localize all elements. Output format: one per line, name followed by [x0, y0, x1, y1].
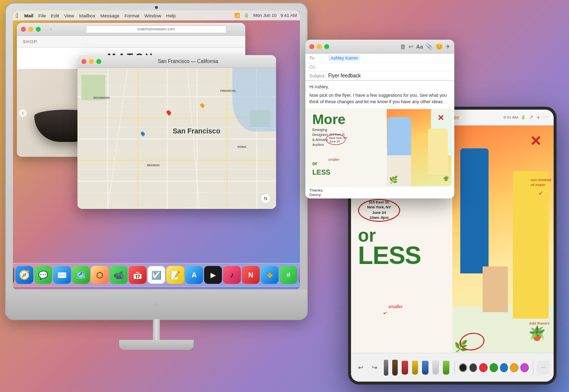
ipad-flowers-annotation: add flowers — [529, 321, 550, 326]
subject-value[interactable]: Flyer feedback — [328, 73, 361, 78]
dock-maps[interactable]: 🗺️ — [72, 266, 90, 284]
cc-label: Cc: — [309, 65, 328, 69]
color-red[interactable] — [479, 363, 488, 372]
dock-grapher[interactable]: ∫ — [298, 266, 300, 284]
financial-district-label: FINANCIAL — [220, 89, 236, 92]
dock-facetime[interactable]: 📹 — [110, 266, 128, 284]
tool-pen[interactable] — [392, 360, 398, 376]
mission-label: MISSION — [147, 164, 159, 167]
subject-label: Subject: — [309, 73, 328, 78]
dock-appstore[interactable]: A — [185, 266, 203, 284]
more-colors-button[interactable]: ⋯ — [537, 361, 550, 375]
menubar-mail[interactable]: Mail — [24, 13, 33, 18]
mail-compose-window: 🗑 ↩ Aa 📎 😊 ✈ To: Ashley Kamin Cc: Subjec… — [305, 40, 454, 198]
dock-keynote[interactable]: ◆ — [261, 266, 279, 284]
tool-eraser[interactable] — [432, 361, 439, 375]
menubar-window[interactable]: Window — [144, 13, 161, 18]
zoom-button[interactable] — [36, 27, 41, 32]
mail-smaller-annotation: smaller — [328, 158, 340, 161]
mail-trash-icon[interactable]: 🗑 — [400, 43, 406, 50]
ipad-battery-icon: 🔋 — [521, 115, 526, 120]
dock-safari[interactable]: 🧭 — [15, 266, 33, 284]
richmond-label: RICHMOND — [93, 96, 110, 99]
camera-dot — [155, 6, 158, 9]
mail-titlebar[interactable]: 🗑 ↩ Aa 📎 😊 ✈ — [305, 40, 454, 54]
dock-tv[interactable]: ▶ — [204, 266, 222, 284]
minimize-button[interactable] — [28, 27, 33, 32]
dock-messages[interactable]: 💬 — [34, 266, 52, 284]
dock: 🔍 ⊞ 🧭 💬 ✉️ 🗺️ ⬡ 📹 📅 ☑️ 📝 A ▶ ♪ — [13, 263, 300, 287]
dock-calendar[interactable]: 📅 — [129, 266, 146, 284]
color-purple[interactable] — [520, 363, 529, 372]
mail-arrow-icon[interactable]: ↩ — [409, 43, 414, 50]
maps-window: San Francisco — California — [77, 55, 276, 209]
menubar-file[interactable]: File — [38, 13, 46, 18]
mail-send-icon[interactable]: ✈ — [445, 43, 450, 50]
mail-zoom[interactable] — [324, 44, 329, 49]
mail-toolbar: 🗑 ↩ Aa 📎 😊 ✈ — [400, 43, 450, 50]
maps-minimize[interactable] — [89, 59, 94, 64]
to-label: To: — [309, 56, 328, 61]
color-orange[interactable] — [510, 363, 518, 372]
safari-url-bar[interactable]: matchstoneware.com — [86, 25, 226, 33]
color-dark[interactable] — [469, 363, 478, 372]
tool-brush-yellow[interactable] — [412, 361, 419, 375]
monitor-desktop:  Mail File Edit View Mailbox Message Fo… — [13, 10, 300, 289]
tool-lasso[interactable] — [443, 361, 449, 375]
to-value[interactable]: Ashley Kamin — [328, 55, 360, 61]
dock-reminders[interactable]: ☑️ — [147, 266, 165, 284]
menubar-mailbox[interactable]: Mailbox — [79, 13, 95, 18]
color-green[interactable] — [490, 363, 498, 372]
maps-zoom[interactable] — [96, 59, 101, 64]
mail-fields: To: Ashley Kamin Cc: Subject: Flyer feed… — [305, 54, 454, 81]
dock-launchpad[interactable]: ⊞ — [13, 266, 14, 284]
mail-close[interactable] — [309, 44, 314, 49]
mail-minimize[interactable] — [317, 44, 322, 49]
apple-menu[interactable]:  — [16, 12, 18, 19]
tool-brush-blue[interactable] — [422, 361, 428, 375]
menubar-format[interactable]: Format — [125, 13, 140, 18]
undo-button[interactable]: ↩ — [355, 361, 367, 374]
shop-nav-link[interactable]: SHOP — [23, 39, 38, 44]
dock-news[interactable]: N — [242, 266, 260, 284]
dock-photos[interactable]: ⬡ — [91, 266, 109, 284]
color-black[interactable] — [459, 363, 467, 372]
safari-titlebar[interactable]: ‹ › matchstoneware.com — [17, 23, 245, 36]
ipad-add-icon[interactable]: + — [536, 114, 540, 121]
ipad-flyer-right: 🪴 🌿 ✕ sun insteadof moon ↙ add flowers ↓ — [452, 126, 554, 353]
dock-music[interactable]: ♪ — [223, 266, 241, 284]
ipad-share-icon[interactable]: ↗ — [529, 114, 533, 121]
maps-close[interactable] — [81, 59, 86, 64]
mail-flyer-or: or — [312, 161, 317, 166]
mail-x-mark: ✕ — [437, 113, 444, 123]
dock-mail[interactable]: ✉️ — [53, 266, 71, 284]
dock-notes[interactable]: 📝 — [166, 266, 184, 284]
close-button[interactable] — [21, 27, 26, 32]
ipad-menu-icon[interactable]: ⋯ — [543, 114, 549, 121]
mail-flyer-attachment: More Emerging Designers & Artisans Aucti… — [308, 109, 451, 186]
mail-body[interactable]: Hi Ashley, Now pick on the flyer. I have… — [305, 81, 454, 108]
mail-emoji-icon[interactable]: 😊 — [435, 43, 443, 50]
ipad-address-circle: 315 East St,New York, NYJune 2410am–6pm — [358, 199, 400, 222]
color-blue[interactable] — [500, 363, 508, 372]
menubar-view[interactable]: View — [64, 13, 74, 18]
menubar-date: Mon Jun 10 — [253, 13, 277, 18]
prev-arrow[interactable]: ‹ — [19, 109, 27, 117]
mail-format-icon[interactable]: Aa — [416, 44, 423, 50]
dock-numbers[interactable]: # — [280, 266, 297, 284]
ipad-drawing-toolbar: ↩ ↪ — [351, 353, 554, 382]
tool-thin-pen[interactable] — [384, 360, 388, 376]
compass: N — [260, 193, 271, 204]
redo-button[interactable]: ↪ — [369, 361, 381, 374]
menubar-help[interactable]: Help — [166, 13, 176, 18]
menubar-message[interactable]: Message — [100, 13, 120, 18]
tool-marker[interactable] — [402, 361, 408, 375]
menubar-edit[interactable]: Edit — [51, 13, 59, 18]
battery-icon: 🔋 — [244, 13, 249, 18]
maps-title: San Francisco — California — [158, 59, 218, 64]
mail-attach-icon[interactable]: 📎 — [426, 43, 433, 50]
ipad-sun-annotation: sun insteadof moon — [531, 178, 551, 188]
mail-flyer-less: LESS — [312, 168, 331, 176]
maps-titlebar[interactable]: San Francisco — California — [77, 55, 276, 68]
menubar-time: 9:41 AM — [281, 13, 297, 18]
